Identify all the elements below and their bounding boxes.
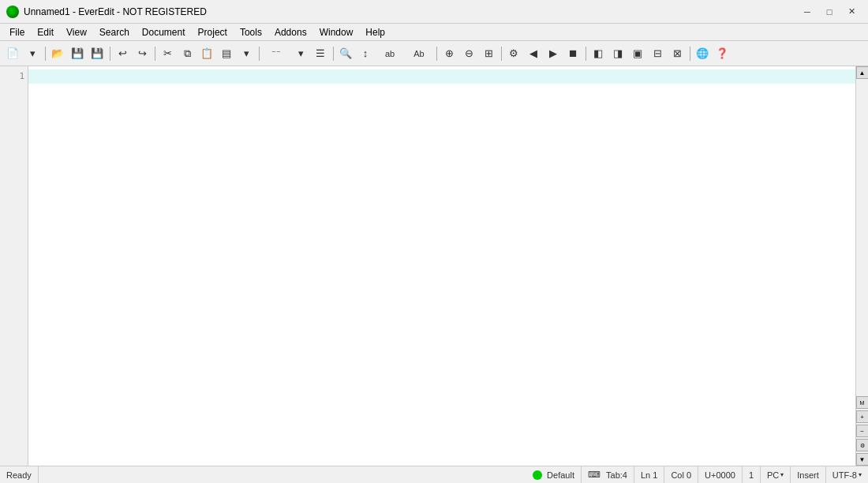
toolbar-separator: [583, 44, 588, 63]
toolbar-frame[interactable]: ▣: [628, 44, 647, 63]
toolbar-save[interactable]: 💾: [68, 44, 87, 63]
main-area: 1 ▲ M + − ⚙ ▼: [0, 66, 868, 466]
app-icon: [6, 6, 19, 18]
status-col: Col 0: [664, 466, 698, 483]
toolbar-split-right[interactable]: ◨: [608, 44, 627, 63]
status-unicode: U+0000: [698, 466, 743, 483]
toolbar-zoom-out[interactable]: ⊖: [459, 44, 478, 63]
maximize-button[interactable]: □: [819, 4, 840, 20]
menu-bar: FileEditViewSearchDocumentProjectToolsAd…: [0, 24, 868, 41]
menu-tools[interactable]: Tools: [234, 25, 268, 39]
title-bar-left: Unnamed1 - EverEdit - NOT REGISTERED: [6, 6, 207, 18]
scroll-settings-btn[interactable]: ⚙: [856, 439, 869, 451]
scroll-up-button[interactable]: ▲: [856, 66, 869, 79]
toolbar-forward[interactable]: ▶: [544, 44, 563, 63]
toolbar-help[interactable]: ❓: [713, 44, 731, 63]
menu-document[interactable]: Document: [136, 25, 192, 39]
encoding-icon: [533, 470, 542, 480]
menu-addons[interactable]: Addons: [268, 25, 313, 39]
toolbar-separator: [107, 44, 112, 63]
toolbar-separator: [256, 44, 261, 63]
status-line: Ln 1: [634, 466, 664, 483]
toolbar-zoom-in[interactable]: ⊕: [440, 44, 458, 63]
window-controls: ─ □ ✕: [797, 4, 862, 20]
status-tab[interactable]: ⌨ Tab:4: [582, 466, 634, 483]
menu-edit[interactable]: Edit: [31, 25, 60, 39]
toolbar-separator: [43, 44, 47, 63]
menu-help[interactable]: Help: [359, 25, 391, 39]
toolbar-cut[interactable]: ✂: [158, 44, 177, 63]
menu-file[interactable]: File: [3, 25, 31, 39]
status-ready: Ready: [0, 466, 39, 483]
scroll-minimap-btn[interactable]: M: [856, 396, 869, 409]
toolbar-spell[interactable]: ab: [376, 44, 404, 63]
status-lineend[interactable]: PC ▾: [761, 466, 791, 483]
toolbar-back[interactable]: ◀: [524, 44, 543, 63]
toolbar-new[interactable]: 📄: [3, 44, 22, 63]
toolbar-replace[interactable]: ↕: [356, 44, 375, 63]
scroll-bottom-controls: M + − ⚙: [856, 395, 869, 453]
minimize-button[interactable]: ─: [797, 4, 817, 20]
status-charset[interactable]: UTF-8 ▾: [826, 466, 868, 483]
scroll-zoom-out-btn[interactable]: −: [856, 425, 869, 437]
line-number-1: 1: [0, 69, 24, 84]
toolbar-redo[interactable]: ↪: [133, 44, 152, 63]
toolbar-new-dropdown[interactable]: ▾: [23, 44, 42, 63]
right-scrollbar[interactable]: ▲ M + − ⚙ ▼: [855, 66, 868, 466]
toolbar-paste-special[interactable]: ▤: [217, 44, 236, 63]
toolbar-save-as[interactable]: 💾: [88, 44, 107, 63]
menu-view[interactable]: View: [60, 25, 93, 39]
menu-project[interactable]: Project: [192, 25, 234, 39]
toolbar-separator: [331, 44, 335, 63]
toolbar-stop[interactable]: ⏹: [563, 44, 582, 63]
status-mode: Insert: [791, 466, 826, 483]
menu-window[interactable]: Window: [313, 25, 360, 39]
toolbar-word-wrap-dropdown[interactable]: ▾: [291, 44, 310, 63]
toolbar-lines[interactable]: ☰: [311, 44, 330, 63]
toolbar-case[interactable]: Ab: [405, 44, 433, 63]
toolbar-separator: [152, 44, 157, 63]
toolbar-find[interactable]: 🔍: [336, 44, 355, 63]
scroll-down-button[interactable]: ▼: [856, 453, 869, 466]
editor-area[interactable]: [28, 66, 855, 466]
toolbar: 📄▾📂💾💾↩↪✂⧉📋▤▾⁻⁻▾☰🔍↕abAb⊕⊖⊞⚙◀▶⏹◧◨▣⊟⊠🌐❓: [0, 41, 868, 66]
toolbar-browser[interactable]: 🌐: [693, 44, 712, 63]
toolbar-settings[interactable]: ⚙: [504, 44, 523, 63]
editor-textarea[interactable]: [28, 66, 855, 466]
status-bar: Ready Default ⌨ Tab:4 Ln 1 Col 0 U+0000 …: [0, 466, 868, 483]
toolbar-open[interactable]: 📂: [48, 44, 67, 63]
close-button[interactable]: ✕: [841, 4, 862, 20]
status-encoding[interactable]: Default: [526, 466, 582, 483]
line-numbers: 1: [0, 66, 28, 466]
toolbar-tile[interactable]: ⊠: [668, 44, 687, 63]
scroll-zoom-in-btn[interactable]: +: [856, 410, 869, 423]
toolbar-separator: [499, 44, 503, 63]
toolbar-paste[interactable]: 📋: [197, 44, 216, 63]
toolbar-grid[interactable]: ⊟: [648, 44, 667, 63]
title-text: Unnamed1 - EverEdit - NOT REGISTERED: [24, 6, 207, 17]
toolbar-separator: [434, 44, 439, 63]
status-linecount: 1: [743, 466, 761, 483]
toolbar-undo[interactable]: ↩: [113, 44, 132, 63]
title-bar: Unnamed1 - EverEdit - NOT REGISTERED ─ □…: [0, 0, 868, 24]
menu-search[interactable]: Search: [93, 25, 136, 39]
toolbar-paste-dropdown[interactable]: ▾: [237, 44, 256, 63]
toolbar-column[interactable]: ⊞: [479, 44, 498, 63]
toolbar-separator: [687, 44, 692, 63]
toolbar-word-wrap[interactable]: ⁻⁻: [262, 44, 290, 63]
toolbar-split-left[interactable]: ◧: [589, 44, 608, 63]
toolbar-copy[interactable]: ⧉: [178, 44, 196, 63]
